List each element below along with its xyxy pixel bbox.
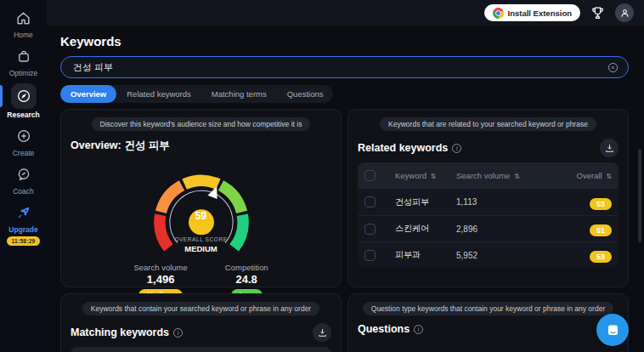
- chat-bubble-icon: [13, 163, 35, 185]
- sidebar: Home Optimize Research Create: [0, 0, 47, 352]
- messenger-icon: [605, 322, 621, 338]
- tab-questions[interactable]: Questions: [277, 85, 334, 103]
- table-header: Keyword ⇅ Search volume ⌄ Overall ⇅: [71, 347, 331, 352]
- gauge-caption: OVERALL SCORE: [134, 236, 268, 242]
- clear-search-icon[interactable]: [607, 61, 619, 74]
- related-card-title: Related keywords: [358, 142, 448, 154]
- related-hint: Keywords that are related to your search…: [380, 117, 596, 131]
- keyword-search-input[interactable]: [73, 62, 607, 72]
- matching-card-title: Matching keywords: [71, 326, 169, 338]
- tab-related-keywords[interactable]: Related keywords: [116, 85, 201, 103]
- matching-hint: Keywords that contain your searched keyw…: [82, 302, 319, 315]
- row-keyword: 스킨케어: [395, 223, 456, 235]
- download-icon[interactable]: [600, 139, 619, 157]
- tab-matching-terms[interactable]: Matching terms: [201, 85, 277, 103]
- column-keyword[interactable]: Keyword ⇅: [395, 171, 456, 180]
- sidebar-item-label: Upgrade: [8, 225, 37, 234]
- chat-messenger-button[interactable]: [596, 314, 629, 346]
- profile-avatar[interactable]: [615, 3, 634, 22]
- sidebar-item-home[interactable]: Home: [0, 7, 47, 39]
- home-icon: [13, 7, 35, 29]
- search-volume-value: 1,496: [133, 273, 187, 286]
- search-volume-label: Search volume: [133, 263, 187, 272]
- table-row[interactable]: 피부과 5,952 53: [358, 241, 619, 268]
- page-title: Keywords: [60, 34, 629, 48]
- overall-score-badge: 53: [590, 198, 612, 210]
- column-search-volume[interactable]: Search volume ⇅: [456, 171, 562, 180]
- column-overall[interactable]: Overall ⇅: [562, 171, 612, 180]
- overall-score-badge: 51: [590, 224, 612, 236]
- questions-card: Question type keywords that contain your…: [347, 293, 629, 352]
- overall-score-badge: 53: [590, 251, 612, 263]
- row-search-volume: 5,952: [456, 251, 562, 260]
- result-tabs: Overview Related keywords Matching terms…: [60, 85, 333, 103]
- sidebar-item-label: Coach: [13, 187, 34, 196]
- overview-hint: Discover this keyword's audience size an…: [92, 117, 311, 131]
- sidebar-item-label: Home: [14, 31, 33, 39]
- trophy-icon[interactable]: [590, 5, 606, 21]
- sort-icon: ⇅: [431, 173, 437, 180]
- related-keywords-table: Keyword ⇅ Search volume ⇅ Overall ⇅ 건성피부…: [358, 162, 619, 268]
- table-row[interactable]: 건성피부 1,113 53: [358, 189, 619, 215]
- matching-keywords-card: Keywords that contain your searched keyw…: [60, 293, 342, 352]
- sort-icon: ⇅: [514, 173, 520, 180]
- vertical-scrollbar[interactable]: [638, 149, 641, 242]
- row-checkbox[interactable]: [364, 196, 376, 207]
- plus-circle-icon: [13, 125, 35, 147]
- sidebar-item-create[interactable]: Create: [0, 125, 47, 157]
- sidebar-item-optimize[interactable]: Optimize: [0, 45, 47, 77]
- keyword-search-box: [60, 56, 629, 78]
- row-keyword: 건성피부: [395, 196, 456, 208]
- overview-card-title: Overview: 건성 피부: [71, 139, 170, 153]
- sidebar-item-label: Optimize: [9, 69, 38, 77]
- related-keywords-card: Keywords that are related to your search…: [347, 109, 629, 287]
- active-indicator: [0, 85, 3, 107]
- tab-overview[interactable]: Overview: [60, 85, 116, 103]
- select-all-checkbox[interactable]: [364, 170, 376, 181]
- topbar: Install Extension: [47, 0, 644, 26]
- overview-card: Discover this keyword's audience size an…: [60, 109, 342, 287]
- competition-value: 24.8: [225, 273, 268, 286]
- info-icon[interactable]: [173, 328, 183, 338]
- upgrade-countdown-badge[interactable]: 11:58:29: [7, 236, 39, 246]
- competition-label: Competition: [225, 263, 268, 272]
- install-extension-button[interactable]: Install Extension: [484, 4, 581, 21]
- row-checkbox[interactable]: [364, 250, 376, 261]
- app-window: Home Optimize Research Create: [0, 0, 644, 352]
- sidebar-item-research[interactable]: Research: [0, 83, 47, 119]
- bag-icon: [13, 45, 35, 67]
- info-icon[interactable]: [414, 325, 423, 334]
- rocket-icon: [13, 202, 35, 224]
- chrome-icon: [493, 8, 504, 19]
- row-keyword: 피부과: [395, 249, 456, 261]
- overall-score-gauge: 59 OVERALL SCORE MEDIUM: [134, 158, 268, 259]
- gauge-level: MEDIUM: [134, 244, 268, 253]
- row-checkbox[interactable]: [364, 224, 376, 235]
- gauge-score: 59: [134, 210, 268, 222]
- table-header: Keyword ⇅ Search volume ⇅ Overall ⇅: [358, 162, 619, 189]
- table-row[interactable]: 스킨케어 2,896 51: [358, 215, 619, 241]
- questions-card-title: Questions: [358, 323, 410, 335]
- download-icon[interactable]: [313, 323, 331, 342]
- install-extension-label: Install Extension: [508, 9, 573, 18]
- sidebar-item-label: Research: [7, 111, 39, 119]
- row-search-volume: 2,896: [456, 224, 562, 234]
- matching-keywords-table: Keyword ⇅ Search volume ⌄ Overall ⇅: [71, 347, 331, 352]
- sidebar-item-upgrade[interactable]: Upgrade 11:58:29: [0, 202, 47, 246]
- info-icon[interactable]: [452, 144, 461, 153]
- compass-icon: [13, 85, 35, 107]
- sort-icon: ⇅: [606, 173, 612, 180]
- row-search-volume: 1,113: [456, 197, 562, 207]
- sidebar-item-label: Create: [13, 149, 35, 157]
- content-area: Keywords Overview Related keywords Match…: [47, 26, 644, 352]
- questions-hint: Question type keywords that contain your…: [363, 302, 613, 315]
- sidebar-item-coach[interactable]: Coach: [0, 163, 47, 196]
